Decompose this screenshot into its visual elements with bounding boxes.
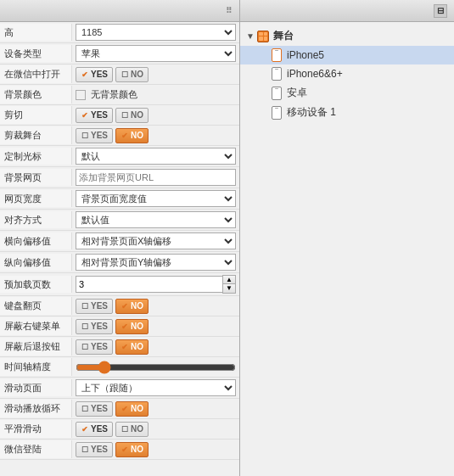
prop-label-9: 对齐方式 — [0, 211, 72, 228]
prop-row-20: 微信登陆☐YES✔NO — [0, 440, 239, 460]
toggle-group-微信登陆: ☐YES✔NO — [76, 442, 149, 457]
yes-button-滑动播放循环[interactable]: ☐YES — [76, 401, 113, 417]
tree-root-toggle[interactable]: ▼ — [244, 31, 256, 41]
prop-label-6: 定制光标 — [0, 148, 72, 165]
prop-label-7: 背景网页 — [0, 169, 72, 186]
object-tree: ▼舞台▶iPhone5▶iPhone6&6+▶安卓▶移动设备 1 — [240, 22, 454, 476]
prop-row-12: 预加载页数▲▼ — [0, 273, 239, 296]
prop-row-5: 剪裁舞台☐YES✔NO — [0, 126, 239, 146]
no-button-剪切[interactable]: ☐NO — [115, 108, 149, 123]
prop-label-11: 纵向偏移值 — [0, 254, 72, 271]
prop-value-6: 默认指针 — [72, 146, 239, 166]
spinner-input-预加载页数[interactable] — [76, 276, 222, 293]
toggle-group-屏蔽右键菜单: ☐YES✔NO — [76, 319, 149, 334]
toggle-group-在微信中打开: ✔YES☐NO — [76, 67, 149, 82]
spinner-up-预加载页数[interactable]: ▲ — [223, 276, 235, 284]
select-高[interactable]: 1185667900 — [76, 24, 236, 41]
prop-label-13: 键盘翻页 — [0, 297, 72, 314]
prop-row-9: 对齐方式默认值居中左对齐 — [0, 210, 239, 231]
prop-label-17: 滑动页面 — [0, 379, 72, 396]
device-icon-0 — [270, 48, 283, 62]
tree-label-3: 移动设备 1 — [287, 105, 336, 120]
tree-label-0: iPhone5 — [287, 49, 324, 61]
yes-button-剪切[interactable]: ✔YES — [76, 108, 113, 123]
prop-row-19: 平滑滑动✔YES☐NO — [0, 419, 239, 440]
tree-item-2[interactable]: ▶安卓 — [240, 83, 454, 103]
yes-button-平滑滑动[interactable]: ✔YES — [76, 422, 113, 437]
prop-value-2: ✔YES☐NO — [72, 65, 239, 84]
prop-row-7: 背景网页 — [0, 167, 239, 188]
no-button-键盘翻页[interactable]: ✔NO — [115, 299, 149, 314]
prop-row-13: 键盘翻页☐YES✔NO — [0, 296, 239, 316]
yes-button-在微信中打开[interactable]: ✔YES — [76, 67, 113, 82]
no-button-剪裁舞台[interactable]: ✔NO — [115, 128, 149, 143]
no-button-滑动播放循环[interactable]: ✔NO — [115, 401, 149, 417]
prop-value-9: 默认值居中左对齐 — [72, 210, 239, 230]
tree-item-1[interactable]: ▶iPhone6&6+ — [240, 64, 454, 83]
prop-value-5: ☐YES✔NO — [72, 126, 239, 145]
tree-item-3[interactable]: ▶移动设备 1 — [240, 103, 454, 122]
spinner-down-预加载页数[interactable]: ▼ — [223, 284, 235, 293]
prop-row-3: 背景颜色无背景颜色 — [0, 85, 239, 105]
no-button-在微信中打开[interactable]: ☐NO — [115, 67, 149, 82]
left-panel: ⠿ 高1185667900设备类型苹果安卓其他在微信中打开✔YES☐NO背景颜色… — [0, 0, 240, 476]
yes-button-键盘翻页[interactable]: ☐YES — [76, 299, 113, 314]
prop-value-17: 上下（跟随）左右禁用 — [72, 378, 239, 398]
prop-value-3: 无背景颜色 — [72, 87, 239, 103]
yes-button-微信登陆[interactable]: ☐YES — [76, 442, 113, 457]
prop-row-6: 定制光标默认指针 — [0, 146, 239, 167]
prop-value-19: ✔YES☐NO — [72, 420, 239, 439]
prop-value-15: ☐YES✔NO — [72, 338, 239, 356]
prop-row-11: 纵向偏移值相对背景页面Y轴偏移 — [0, 252, 239, 273]
yes-button-剪裁舞台[interactable]: ☐YES — [76, 128, 113, 143]
select-横向偏移值[interactable]: 相对背景页面X轴偏移 — [76, 232, 236, 249]
color-swatch-背景颜色[interactable] — [76, 90, 86, 100]
select-纵向偏移值[interactable]: 相对背景页面Y轴偏移 — [76, 254, 236, 271]
prop-label-19: 平滑滑动 — [0, 420, 72, 437]
select-滑动页面[interactable]: 上下（跟随）左右禁用 — [76, 379, 236, 396]
input-背景网页[interactable] — [76, 169, 236, 186]
toggle-group-剪裁舞台: ☐YES✔NO — [76, 128, 149, 143]
select-定制光标[interactable]: 默认指针 — [76, 148, 236, 165]
prop-row-15: 屏蔽后退按钮☐YES✔NO — [0, 337, 239, 357]
prop-value-1: 苹果安卓其他 — [72, 43, 239, 64]
no-button-平滑滑动[interactable]: ☐NO — [115, 422, 149, 437]
select-对齐方式[interactable]: 默认值居中左对齐 — [76, 211, 236, 228]
select-网页宽度[interactable]: 背景页面宽度值 — [76, 190, 236, 207]
prop-row-18: 滑动播放循环☐YES✔NO — [0, 399, 239, 419]
prop-row-4: 剪切✔YES☐NO — [0, 105, 239, 126]
toggle-group-滑动播放循环: ☐YES✔NO — [76, 401, 149, 417]
right-panel: ⊟ ▼舞台▶iPhone5▶iPhone6&6+▶安卓▶移动设备 1 — [240, 0, 454, 476]
prop-row-10: 横向偏移值相对背景页面X轴偏移 — [0, 231, 239, 252]
slider-时间轴精度[interactable] — [76, 361, 236, 374]
prop-row-8: 网页宽度背景页面宽度值 — [0, 188, 239, 210]
color-label-背景颜色: 无背景颜色 — [91, 88, 137, 101]
panel-drag-handle: ⠿ — [226, 6, 233, 15]
yes-button-屏蔽后退按钮[interactable]: ☐YES — [76, 339, 113, 355]
toggle-group-屏蔽后退按钮: ☐YES✔NO — [76, 339, 149, 355]
tree-item-0[interactable]: ▶iPhone5 — [240, 46, 454, 64]
right-panel-header: ⊟ — [240, 0, 454, 22]
prop-value-16 — [72, 359, 239, 376]
prop-row-1: 设备类型苹果安卓其他 — [0, 43, 239, 64]
no-button-屏蔽后退按钮[interactable]: ✔NO — [115, 339, 149, 355]
device-icon-3 — [270, 106, 283, 120]
prop-label-5: 剪裁舞台 — [0, 126, 72, 143]
no-button-微信登陆[interactable]: ✔NO — [115, 442, 149, 457]
yes-button-屏蔽右键菜单[interactable]: ☐YES — [76, 319, 113, 334]
prop-row-17: 滑动页面上下（跟随）左右禁用 — [0, 378, 239, 399]
left-panel-header: ⠿ — [0, 0, 239, 22]
tree-label-2: 安卓 — [287, 86, 307, 100]
select-设备类型[interactable]: 苹果安卓其他 — [76, 45, 236, 62]
prop-value-11: 相对背景页面Y轴偏移 — [72, 252, 239, 272]
prop-value-20: ☐YES✔NO — [72, 440, 239, 459]
prop-row-0: 高1185667900 — [0, 22, 239, 43]
prop-label-10: 横向偏移值 — [0, 232, 72, 249]
prop-label-2: 在微信中打开 — [0, 65, 72, 82]
prop-row-2: 在微信中打开✔YES☐NO — [0, 64, 239, 85]
panel-layout-icon[interactable]: ⊟ — [434, 4, 447, 18]
tree-root-label: 舞台 — [273, 29, 294, 43]
prop-label-15: 屏蔽后退按钮 — [0, 338, 72, 355]
toggle-group-键盘翻页: ☐YES✔NO — [76, 299, 149, 314]
no-button-屏蔽右键菜单[interactable]: ✔NO — [115, 319, 149, 334]
